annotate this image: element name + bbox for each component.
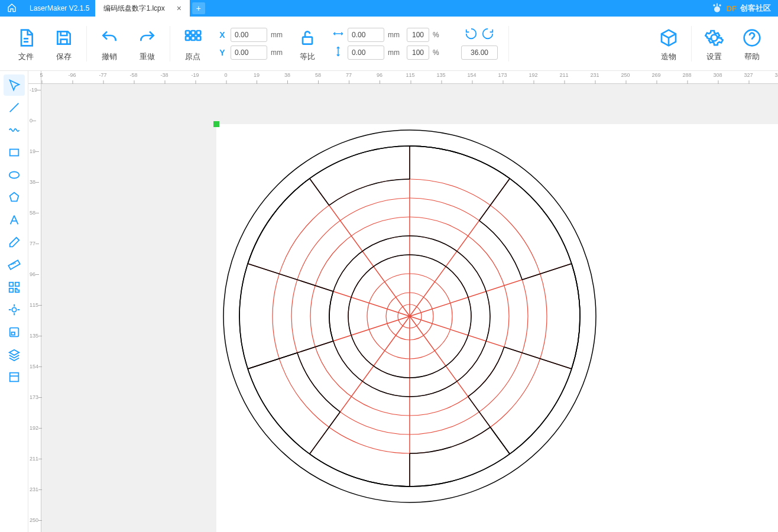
svg-rect-7 <box>186 36 190 40</box>
svg-rect-5 <box>191 31 195 35</box>
tool-text[interactable] <box>4 209 25 231</box>
svg-line-54 <box>310 412 341 454</box>
coordinates-group: X mm Y mm <box>212 28 288 60</box>
tool-oval[interactable] <box>4 164 25 186</box>
y-unit: mm <box>271 48 283 57</box>
tool-curve[interactable] <box>4 119 25 141</box>
svg-point-0 <box>714 7 720 12</box>
save-icon <box>54 25 73 50</box>
settings-label: 设置 <box>706 51 722 62</box>
svg-point-18 <box>12 307 16 312</box>
tab-title: 编码纸盘数字1.lcpx <box>103 4 164 14</box>
main-toolbar: 文件 保存 撤销 重做 原点 X mm Y mm 等比 <box>0 17 778 71</box>
svg-rect-21 <box>9 373 18 382</box>
save-label: 保存 <box>56 51 72 62</box>
svg-line-50 <box>490 427 510 454</box>
size-group: mm % mm % <box>326 28 454 60</box>
tool-artboard[interactable] <box>4 366 25 388</box>
svg-point-1 <box>713 4 715 6</box>
svg-rect-12 <box>9 150 18 156</box>
redo-button[interactable]: 重做 <box>128 20 166 67</box>
svg-line-44 <box>479 179 510 220</box>
tool-measure[interactable] <box>4 254 25 275</box>
document-tab[interactable]: 编码纸盘数字1.lcpx × <box>95 0 190 17</box>
svg-rect-6 <box>197 31 201 35</box>
svg-rect-10 <box>303 37 312 44</box>
side-toolbar <box>0 71 28 532</box>
svg-rect-15 <box>9 283 12 286</box>
help-label: 帮助 <box>744 51 760 62</box>
rotate-cw-icon[interactable] <box>481 27 494 43</box>
undo-label: 撤销 <box>102 51 117 62</box>
origin-button[interactable]: 原点 <box>174 20 212 67</box>
svg-rect-20 <box>11 332 15 335</box>
tool-erase[interactable] <box>4 232 25 253</box>
file-button[interactable]: 文件 <box>7 20 45 67</box>
width-pct-input[interactable] <box>407 28 429 42</box>
tool-line[interactable] <box>4 97 25 118</box>
tool-rect[interactable] <box>4 142 25 163</box>
svg-rect-14 <box>8 260 20 270</box>
svg-rect-3 <box>717 4 718 7</box>
file-icon <box>17 25 35 50</box>
undo-button[interactable]: 撤销 <box>90 20 128 67</box>
svg-rect-4 <box>186 31 190 35</box>
tool-qrcode[interactable] <box>4 277 25 298</box>
x-label: X <box>218 30 227 40</box>
x-input[interactable] <box>231 28 267 42</box>
y-input[interactable] <box>231 46 267 60</box>
width-input[interactable] <box>348 28 384 42</box>
y-label: Y <box>218 48 227 57</box>
svg-point-13 <box>9 172 19 179</box>
origin-label: 原点 <box>185 51 200 62</box>
w-pct-sym: % <box>433 31 448 39</box>
cube-icon <box>659 25 678 50</box>
ratio-label: 等比 <box>300 51 315 62</box>
home-button[interactable] <box>0 3 24 14</box>
width-icon <box>332 30 344 40</box>
settings-button[interactable]: 设置 <box>695 20 733 67</box>
svg-rect-9 <box>197 36 201 40</box>
help-button[interactable]: 帮助 <box>733 20 771 67</box>
brand-df: DF <box>727 4 737 13</box>
make-button[interactable]: 造物 <box>650 20 688 67</box>
title-bar: LaserMaker V2.1.5 编码纸盘数字1.lcpx × + DF创客社… <box>0 0 778 17</box>
redo-icon <box>138 25 157 50</box>
rotate-ccw-icon[interactable] <box>465 27 478 43</box>
brand-logo[interactable]: DF创客社区 <box>711 2 778 14</box>
rotation-group <box>454 27 505 60</box>
gear-icon <box>705 25 724 50</box>
h-unit: mm <box>388 48 403 57</box>
brand-text: 创客社区 <box>740 3 771 14</box>
svg-rect-16 <box>15 283 18 286</box>
svg-line-57 <box>248 264 333 291</box>
x-unit: mm <box>271 31 283 39</box>
w-unit: mm <box>388 31 403 39</box>
undo-icon <box>100 25 119 50</box>
height-icon <box>332 46 344 59</box>
tool-imgrect[interactable] <box>4 322 25 343</box>
height-pct-input[interactable] <box>407 46 429 60</box>
file-label: 文件 <box>18 51 34 62</box>
tool-select[interactable] <box>4 74 25 96</box>
canvas-area[interactable]: 5-96-77-58-38-19019385877961151351541731… <box>28 71 778 532</box>
svg-line-60 <box>310 179 329 205</box>
drawing-content <box>28 71 778 532</box>
svg-point-2 <box>719 4 721 6</box>
save-button[interactable]: 保存 <box>45 20 83 67</box>
lock-icon <box>298 25 317 50</box>
origin-icon <box>183 25 202 50</box>
make-label: 造物 <box>661 51 676 62</box>
tool-polygon[interactable] <box>4 187 25 208</box>
rotation-input[interactable] <box>461 46 498 60</box>
height-input[interactable] <box>348 46 384 60</box>
add-tab-button[interactable]: + <box>192 2 205 14</box>
tool-layers[interactable] <box>4 344 25 365</box>
app-name: LaserMaker V2.1.5 <box>24 4 95 12</box>
help-icon <box>743 25 761 50</box>
svg-rect-8 <box>191 36 195 40</box>
close-tab-icon[interactable]: × <box>177 4 181 13</box>
ratio-lock-button[interactable]: 等比 <box>288 20 326 67</box>
tool-target[interactable] <box>4 299 25 320</box>
redo-label: 重做 <box>140 51 155 62</box>
